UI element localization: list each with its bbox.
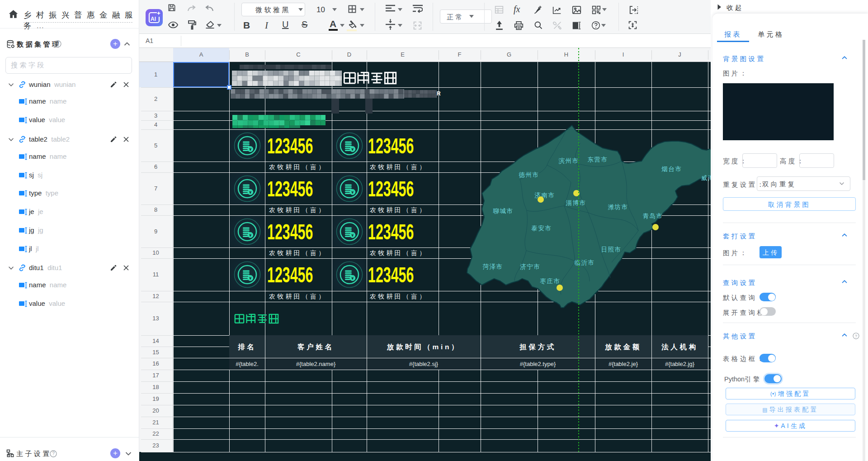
svg-text:?: ? [855, 334, 857, 338]
svg-text:?: ? [52, 451, 55, 456]
svg-text:济宁市: 济宁市 [520, 263, 541, 270]
svg-text:¥: ¥ [351, 190, 354, 195]
svg-text:泰安市: 泰安市 [532, 225, 552, 232]
svg-text:¥: ¥ [351, 147, 354, 152]
svg-text:AI: AI [151, 16, 156, 22]
svg-text:临沂市: 临沂市 [575, 259, 595, 266]
svg-text:潍坊市: 潍坊市 [608, 204, 628, 210]
svg-text:济南市: 济南市 [535, 192, 555, 199]
svg-text:¥: ¥ [351, 276, 354, 280]
svg-text:青岛市: 青岛市 [643, 213, 663, 219]
svg-text:滨州市: 滨州市 [559, 157, 579, 164]
svg-text:东营市: 东营市 [588, 156, 608, 163]
svg-text:聊城市: 聊城市 [493, 208, 514, 214]
svg-text:德州市: 德州市 [519, 171, 539, 178]
svg-text:烟台市: 烟台市 [661, 166, 682, 172]
svg-text:¥: ¥ [249, 276, 251, 280]
svg-text:¥: ¥ [249, 233, 251, 238]
svg-text:¥: ¥ [351, 233, 354, 238]
svg-text:?: ? [57, 41, 59, 46]
svg-text:菏泽市: 菏泽市 [483, 263, 503, 270]
svg-text:¥: ¥ [249, 147, 251, 152]
svg-text:淄博市: 淄博市 [566, 200, 586, 206]
svg-text:¥: ¥ [249, 190, 251, 195]
svg-text:枣庄市: 枣庄市 [540, 278, 561, 285]
svg-text:日照市: 日照市 [601, 246, 622, 253]
